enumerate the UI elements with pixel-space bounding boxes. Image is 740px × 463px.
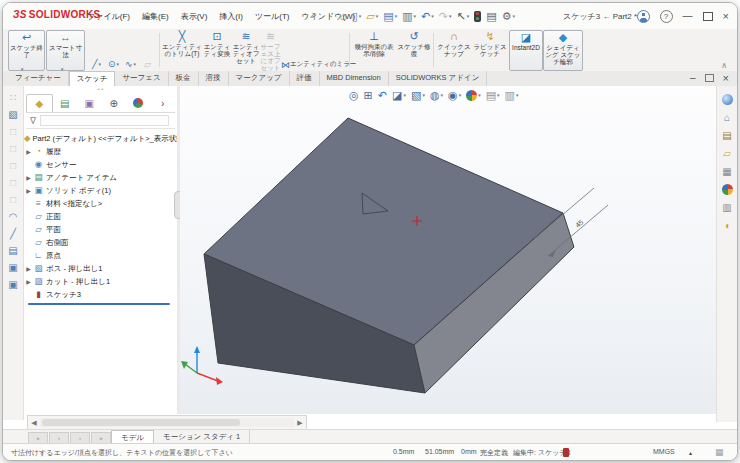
- line-tool-button[interactable]: ╱▾: [88, 58, 105, 70]
- graphics-viewport[interactable]: 45 ◎⊞↶◪▾▧▾◍▾◉▾▾▤▾▥▾: [180, 86, 717, 414]
- options-button[interactable]: ⚙▾: [500, 9, 517, 24]
- displaymanager-tab[interactable]: ⊕: [102, 94, 127, 112]
- tab-マークアップ[interactable]: マークアップ: [229, 71, 290, 86]
- tab-サーフェス[interactable]: サーフェス: [115, 71, 168, 86]
- expand-arrow-icon[interactable]: ▶: [24, 265, 33, 272]
- home-tab[interactable]: ⌂: [724, 112, 730, 123]
- edit-appearance-button[interactable]: ▾: [465, 89, 482, 102]
- view-palette-tab[interactable]: ▦: [722, 166, 731, 177]
- section-view-button[interactable]: ◪▾: [391, 88, 407, 102]
- tab-スケッチ[interactable]: スケッチ: [69, 71, 116, 86]
- tab-MBD Dimension[interactable]: MBD Dimension: [320, 71, 389, 86]
- dimxpertmanager-tab[interactable]: [126, 94, 151, 112]
- copy-body-icon[interactable]: ▣: [8, 262, 17, 273]
- ribbon-collapse-icon[interactable]: ∧: [721, 61, 727, 70]
- view-cube-icon[interactable]: □: [10, 143, 16, 154]
- dropdown-icon[interactable]: ▾: [134, 61, 137, 67]
- expand-arrow-icon[interactable]: ▶: [24, 187, 33, 194]
- tree-item[interactable]: ≡材料 <指定なし>: [24, 197, 177, 210]
- appearances-scenes-tab[interactable]: [722, 184, 733, 195]
- maximize-button[interactable]: [703, 12, 713, 21]
- tree-item[interactable]: ▮スケッチ3: [24, 288, 177, 301]
- doc-close-button[interactable]: ×: [723, 73, 729, 83]
- dropdown-icon[interactable]: ▾: [497, 92, 500, 98]
- view-cube-icon[interactable]: □: [10, 126, 16, 137]
- close-button[interactable]: ×: [723, 11, 729, 21]
- edit-sketch-icon[interactable]: ╱: [10, 228, 16, 239]
- tree-item[interactable]: ▶▧ボス - 押し出し1: [24, 262, 177, 275]
- dimension-value[interactable]: 45: [574, 218, 585, 228]
- tree-item[interactable]: ▱右側面: [24, 236, 177, 249]
- save-button[interactable]: ▤▾: [381, 9, 399, 24]
- repair-sketch-button[interactable]: ↺ スケッチ修復: [397, 30, 431, 69]
- open-button[interactable]: ▱▾: [364, 9, 380, 24]
- tab-SOLIDWORKS アドイン[interactable]: SOLIDWORKS アドイン: [389, 71, 488, 86]
- zoom-area-button[interactable]: ⊞: [363, 88, 374, 102]
- scrollbar-thumb[interactable]: [42, 419, 240, 426]
- home-button[interactable]: ⌂: [338, 9, 349, 24]
- pin-menu-icon[interactable]: ↗: [309, 10, 317, 20]
- dropdown-icon[interactable]: ▾: [422, 92, 425, 98]
- tab-評価[interactable]: 評価: [290, 71, 320, 86]
- dropdown-icon[interactable]: ▾: [359, 13, 362, 19]
- propertymanager-tab[interactable]: ▤: [53, 94, 78, 112]
- rapid-sketch-button[interactable]: ↯ ラピッドスケッチ: [473, 30, 507, 69]
- display-delete-relations-button[interactable]: ⊥ 幾何拘束の表示/削除: [352, 30, 396, 69]
- doc-restore-button[interactable]: [705, 74, 714, 82]
- tree-item[interactable]: ▶◔履歴: [24, 145, 177, 158]
- dropdown-icon[interactable]: ▾: [395, 13, 398, 19]
- dropdown-icon[interactable]: ▾: [459, 92, 462, 98]
- dropdown-icon[interactable]: ▾: [98, 61, 101, 67]
- tree-horizontal-scrollbar[interactable]: ◀ ▶: [27, 415, 307, 430]
- menu-item[interactable]: 編集(E): [136, 8, 175, 25]
- select-button[interactable]: ↖▾: [455, 9, 472, 24]
- tree-item[interactable]: ◉センサー: [24, 158, 177, 171]
- trim-entities-button[interactable]: ╳ エンティティのトリム(T): [162, 30, 202, 69]
- sketch-tool-icon[interactable]: ◠: [9, 211, 18, 222]
- dropdown-icon[interactable]: ▾: [414, 13, 417, 19]
- login-icon[interactable]: [637, 10, 650, 23]
- design-library-tab[interactable]: ▤: [722, 130, 731, 141]
- quick-snaps-button[interactable]: ∩ クイックスナップ: [436, 30, 472, 69]
- help-icon[interactable]: ?: [660, 10, 673, 23]
- scrollbar-track[interactable]: [40, 418, 294, 427]
- solidworks-resources-tab[interactable]: [722, 94, 733, 105]
- smart-dimension-button[interactable]: ↔ スマート寸法: [46, 30, 85, 71]
- offset-entities-button[interactable]: ≋ エンティティオフセット: [232, 30, 260, 69]
- dropdown-icon[interactable]: ▾: [513, 13, 516, 19]
- view-cube-icon[interactable]: □: [10, 194, 16, 205]
- unit-system-dropdown-icon[interactable]: ▴: [689, 449, 692, 456]
- dropdown-icon[interactable]: ▾: [467, 13, 470, 19]
- view-settings-button[interactable]: ▥▾: [504, 88, 520, 102]
- tab-板金[interactable]: 板金: [169, 71, 199, 86]
- menu-item[interactable]: ファイル(F): [81, 8, 136, 25]
- instant2d-button[interactable]: ◪ Instant2D: [509, 30, 543, 71]
- panel-grip[interactable]: • •: [24, 86, 177, 93]
- scroll-right-icon[interactable]: ▶: [294, 419, 306, 427]
- tab-溶接[interactable]: 溶接: [199, 71, 229, 86]
- undo-button[interactable]: ↶▾: [419, 9, 436, 24]
- tree-item[interactable]: ▶▨カット - 押し出し1: [24, 275, 177, 288]
- screen-tool-icon[interactable]: ▤: [8, 245, 17, 256]
- featuremanager-tab[interactable]: ◆: [26, 94, 53, 112]
- shaded-sketch-contours-button[interactable]: ◆ シェイディング スケッチ輪郭: [543, 30, 583, 71]
- mirror-entities-button[interactable]: ⋈ エンティティのミラー: [281, 58, 347, 71]
- display-style-button[interactable]: ◍▾: [429, 88, 444, 102]
- menu-item[interactable]: 表示(V): [175, 8, 214, 25]
- rebuild-button[interactable]: [472, 9, 483, 24]
- plane-tool-button[interactable]: ▱: [139, 58, 156, 70]
- zoom-fit-button[interactable]: ◎: [348, 88, 360, 102]
- tree-item[interactable]: ∟原点: [24, 249, 177, 262]
- print-button[interactable]: ▥▾: [400, 9, 418, 24]
- view-cube-icon[interactable]: □: [10, 177, 16, 188]
- expand-arrow-icon[interactable]: ▶: [24, 174, 33, 181]
- convert-entities-button[interactable]: ⊡ エンティティ変換: [202, 30, 232, 69]
- rollback-bar[interactable]: [28, 303, 170, 305]
- expand-tabs-button[interactable]: ›: [151, 94, 176, 112]
- previous-view-button[interactable]: ↶: [377, 88, 388, 102]
- apply-scene-button[interactable]: ▤▾: [485, 88, 501, 102]
- forum-tab[interactable]: ◖: [724, 220, 730, 231]
- view-orientation-button[interactable]: ▧▾: [410, 88, 426, 102]
- expand-arrow-icon[interactable]: ▶: [24, 148, 33, 155]
- custom-properties-tab[interactable]: ▥: [722, 202, 731, 213]
